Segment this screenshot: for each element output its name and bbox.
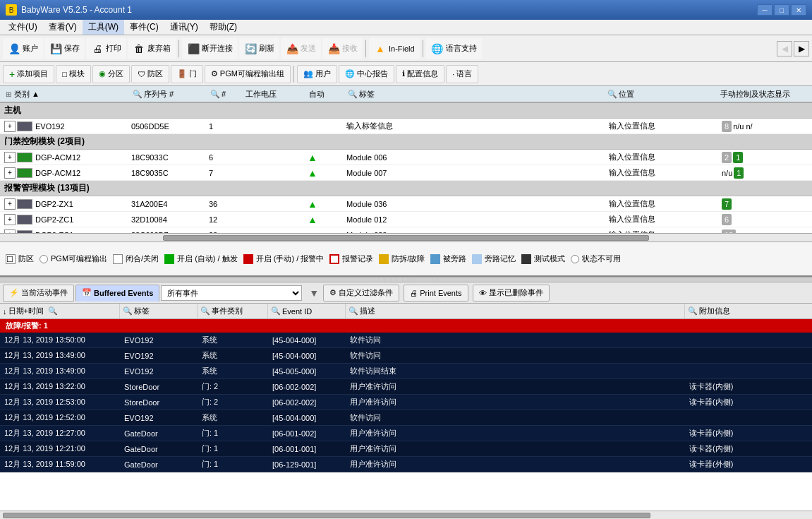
nav-forward-button[interactable]: ▶ <box>794 41 809 56</box>
add-item-button[interactable]: + 添加项目 <box>3 65 54 83</box>
config-info-button[interactable]: ℹ 配置信息 <box>396 65 444 83</box>
table-row[interactable]: + DGP2-ZC1 32C602D7 38 ▲ Module 038 输入位置… <box>0 227 812 233</box>
infield-button[interactable]: ▲ In-Field <box>369 38 420 59</box>
section-doorcontrol: 门禁控制模块 (2项目) <box>0 134 812 150</box>
pgm-icon: ⚙ <box>211 69 218 78</box>
expand-dgp2-zx1[interactable]: + <box>4 198 16 210</box>
show-deleted-button[interactable]: 👁 显示已删除事件 <box>473 285 550 302</box>
list-item[interactable]: 12月 13, 2019 13:22:00 StoreDoor 门: 2 [06… <box>0 379 812 395</box>
menu-comms[interactable]: 通讯(Y) <box>164 20 204 35</box>
custom-filter-button[interactable]: ⚙ 自定义过滤条件 <box>323 285 399 302</box>
table-row[interactable]: + DGP-ACM12 18C9033C 6 ▲ Module 006 输入位置… <box>0 150 812 165</box>
table-row[interactable]: + DGP-ACM12 18C9035C 7 ▲ Module 007 输入位置… <box>0 165 812 181</box>
title-text: BabyWare V5.2.5 - Account 1 <box>21 5 132 15</box>
list-item[interactable]: 12月 13, 2019 13:50:00 EVO192 系统 [45-004-… <box>0 333 812 348</box>
menu-view[interactable]: 查看(V) <box>43 20 83 35</box>
ecol-extra[interactable]: 🔍 附加信息 <box>685 304 812 318</box>
print-button[interactable]: 🖨 打印 <box>86 38 126 59</box>
legend-closed-icon <box>113 254 123 264</box>
menu-help[interactable]: 帮助(Z) <box>204 20 243 35</box>
nav-back-button[interactable]: ◀ <box>777 41 792 56</box>
central-report-button[interactable]: 🌐 中心报告 <box>339 65 394 83</box>
legend-checkbox-icon: ☐ <box>6 254 16 264</box>
print-icon: 🖨 <box>91 42 104 55</box>
list-item[interactable]: 12月 13, 2019 12:21:00 GateDoor 门: 1 [06-… <box>0 441 812 457</box>
col-auto[interactable]: 自动 <box>306 89 345 100</box>
receive-icon: 📥 <box>327 42 340 55</box>
send-button[interactable]: 📤 发送 <box>281 38 321 59</box>
tab-current-events[interactable]: ⚡ 当前活动事件 <box>3 285 74 302</box>
list-item[interactable]: 12月 13, 2019 12:27:00 GateDoor 门: 1 [06-… <box>0 426 812 441</box>
col-num[interactable]: 🔍 # <box>207 89 243 100</box>
event-hscroll-thumb[interactable] <box>3 513 650 518</box>
col-location[interactable]: 🔍 位置 <box>605 89 717 100</box>
col-manual-control[interactable]: 手动控制及状态显示 <box>717 89 809 100</box>
hscroll-thumb[interactable] <box>163 235 648 241</box>
list-item[interactable]: 12月 13, 2019 12:52:00 EVO192 系统 [45-004-… <box>0 410 812 426</box>
menu-file[interactable]: 文件(U) <box>3 20 43 35</box>
ecol-datetime[interactable]: ↓ 日期+时间 🔍 <box>0 304 120 318</box>
menu-events[interactable]: 事件(C) <box>124 20 164 35</box>
resize-handle[interactable]: · · · · · · · · · · · · <box>0 277 812 282</box>
device-hscrollbar[interactable] <box>0 233 812 241</box>
table-row[interactable]: + DGP2-ZX1 31A200E4 36 ▲ Module 036 输入位置… <box>0 196 812 212</box>
ecol-category[interactable]: 🔍 事件类别 <box>198 304 268 318</box>
col-label[interactable]: 🔍 标签 <box>345 89 605 100</box>
list-item[interactable]: 12月 13, 2019 11:59:00 GateDoor 门: 1 [06-… <box>0 457 812 472</box>
filter-funnel-icon: ▼ <box>309 287 319 299</box>
pgm-button[interactable]: ⚙ PGM可编程输出组 <box>205 65 291 83</box>
maximize-button[interactable]: □ <box>774 4 789 16</box>
main-area: ⊞ 类别 ▲ 🔍 序列号 # 🔍 # 工作电压 自动 � <box>0 86 812 519</box>
close-button[interactable]: ✕ <box>791 4 806 16</box>
sort-datetime-icon: ↓ <box>3 307 7 316</box>
event-filter-select[interactable]: 所有事件 故障/报警 用户事件 系统事件 <box>161 285 302 301</box>
ecol-desc[interactable]: 🔍 描述 <box>346 304 685 318</box>
event-hscrollbar[interactable] <box>0 511 812 519</box>
device-icon-dgp2-zx1 <box>17 199 32 209</box>
receive-button[interactable]: 📥 接收 <box>322 38 363 59</box>
toolbar-separator-3 <box>423 40 423 57</box>
user-button[interactable]: 👥 用户 <box>297 65 337 83</box>
account-button[interactable]: 👤 账户 <box>3 38 43 59</box>
table-row[interactable]: + DGP2-ZC1 32D10084 12 ▲ Module 012 输入位置… <box>0 212 812 227</box>
event-column-header: ↓ 日期+时间 🔍 🔍 标签 🔍 事件类别 🔍 Event ID 🔍 描述 <box>0 304 812 319</box>
ecol-label[interactable]: 🔍 标签 <box>120 304 198 318</box>
tab-buffered-events[interactable]: 📅 Buffered Events <box>75 285 159 302</box>
expand-evo192[interactable]: + <box>4 121 16 132</box>
app-icon: B <box>6 4 17 16</box>
search-location-icon: 🔍 <box>607 90 617 99</box>
legend-dark-icon <box>521 254 531 264</box>
expand-dgp-acm12-1[interactable]: + <box>4 152 16 163</box>
disconnect-button[interactable]: ⬛ 断开连接 <box>182 38 238 59</box>
language-button[interactable]: 🌐 语言支持 <box>426 38 482 59</box>
col-serial[interactable]: 🔍 序列号 # <box>130 89 207 100</box>
zone-button[interactable]: ◉ 分区 <box>92 65 130 83</box>
expand-all-icon: ⊞ <box>6 90 11 98</box>
refresh-button[interactable]: 🔄 刷新 <box>239 38 279 59</box>
col-category[interactable]: ⊞ 类别 ▲ <box>3 89 130 100</box>
menu-tools[interactable]: 工具(W) <box>83 20 124 35</box>
door-button[interactable]: 🚪 门 <box>171 65 203 83</box>
search-extra-icon: 🔍 <box>688 306 698 316</box>
ecol-eventid[interactable]: 🔍 Event ID <box>268 304 346 318</box>
window-controls[interactable]: ─ □ ✕ <box>757 4 806 16</box>
list-item[interactable]: 12月 13, 2019 12:53:00 StoreDoor 门: 2 [06… <box>0 395 812 410</box>
language2-button[interactable]: · 语言 <box>446 65 478 83</box>
module-button[interactable]: □ 模块 <box>56 65 91 83</box>
defense-button[interactable]: 🛡 防区 <box>131 65 169 83</box>
defense-icon: 🛡 <box>138 70 145 78</box>
expand-dgp2-zc1-1[interactable]: + <box>4 214 16 225</box>
send-icon: 📤 <box>286 42 298 55</box>
col-voltage[interactable]: 工作电压 <box>243 89 306 100</box>
expand-dgp-acm12-2[interactable]: + <box>4 167 16 179</box>
list-item[interactable]: 12月 13, 2019 13:49:00 EVO192 系统 [45-004-… <box>0 348 812 364</box>
list-item[interactable]: 12月 13, 2019 13:49:00 EVO192 系统 [45-005-… <box>0 364 812 379</box>
print-events-button[interactable]: 🖨 Print Events <box>404 285 468 302</box>
config-info-icon: ℹ <box>402 69 405 78</box>
language2-icon: · <box>452 70 454 78</box>
discard-button[interactable]: 🗑 废弃箱 <box>128 38 176 59</box>
table-row[interactable]: + EVO192 0506DD5E 1 输入标签信息 输入位置信息 8 n/u … <box>0 119 812 134</box>
event-section-fault: 故障/报警: 1 <box>0 319 812 333</box>
save-button[interactable]: 💾 保存 <box>44 38 85 59</box>
minimize-button[interactable]: ─ <box>757 4 772 16</box>
